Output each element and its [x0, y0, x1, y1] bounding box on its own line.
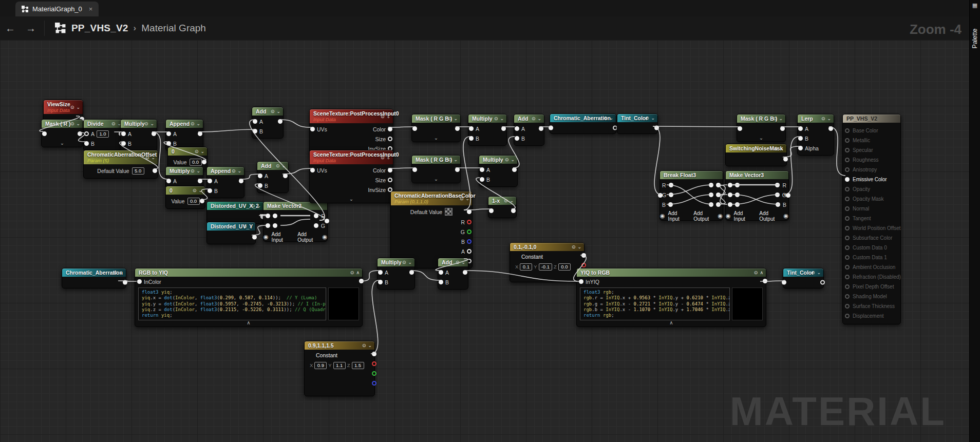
node-header[interactable]: Add⊙⌄: [257, 162, 288, 170]
value-box[interactable]: 0.1: [520, 263, 532, 271]
node-header[interactable]: Multiply⊙⌄: [121, 120, 157, 128]
node-settings-icon[interactable]: ⊙: [191, 121, 195, 126]
node-header[interactable]: Multiply⊙⌄: [468, 114, 506, 123]
node-header[interactable]: Mask ( R G B )⊙⌄: [412, 114, 460, 123]
output-pin[interactable]: [467, 209, 472, 214]
node-header[interactable]: Lerp⊙⌄: [798, 114, 834, 123]
input-pin[interactable]: [845, 187, 850, 191]
node-append-2[interactable]: Append⊙⌄AB: [206, 166, 244, 198]
node-settings-icon[interactable]: ⊙: [271, 109, 275, 114]
node-mask-rgb-1[interactable]: Mask ( R G B )⊙⌄⌄: [411, 114, 461, 142]
output-pin[interactable]: [200, 199, 204, 203]
pin[interactable]: [728, 183, 732, 187]
input-pin[interactable]: [798, 136, 803, 141]
output-pin[interactable]: [252, 235, 257, 240]
pin[interactable]: [776, 202, 780, 207]
input-pin[interactable]: [166, 131, 171, 136]
node-make-vector2[interactable]: Make Vector2RG◉Add Input Add Output◉: [263, 201, 328, 242]
node-break-float3[interactable]: Break Float3RGB◉Add Input Add Output◉: [659, 170, 723, 221]
input-pin[interactable]: [253, 119, 257, 124]
pin[interactable]: [735, 183, 740, 187]
result-pin-row[interactable]: World Position Offset: [843, 223, 900, 233]
pin[interactable]: [314, 214, 318, 218]
node-settings-icon[interactable]: ⊙: [456, 260, 460, 265]
node-header[interactable]: 0.9,1.1,1.5⊙⌄: [305, 341, 374, 350]
node-scenetex-1[interactable]: SceneTexture:PostProcessInput0Input Data…: [309, 109, 393, 156]
add-input-label[interactable]: Add Input: [272, 232, 290, 243]
node-settings-icon[interactable]: ⊙: [448, 157, 452, 162]
output-pin[interactable]: [325, 219, 329, 223]
node-settings-icon[interactable]: ⊙: [505, 157, 509, 162]
input-pin[interactable]: [845, 304, 850, 309]
node-chromatic-aberration-base-color[interactable]: ChromaticAberrationBaseColorParam (0,1,1…: [390, 191, 473, 268]
node-collapse-icon[interactable]: ⌄: [827, 116, 831, 121]
add-input-label[interactable]: Add Input: [734, 210, 752, 222]
node-header[interactable]: 1-x⊙⌄: [488, 197, 516, 205]
node-settings-icon[interactable]: ⊙: [448, 116, 452, 121]
node-header[interactable]: Add⊙⌄: [438, 258, 468, 266]
result-pin-row[interactable]: Metallic: [843, 136, 900, 145]
input-pin[interactable]: [738, 126, 742, 131]
result-pin-row[interactable]: Roughness: [843, 155, 900, 165]
add-output-label[interactable]: Add Output: [297, 232, 319, 243]
node-settings-icon[interactable]: ⊙: [362, 343, 366, 348]
node-collapse-icon[interactable]: ⌄: [780, 146, 784, 151]
expand-chevron-icon[interactable]: ⌄: [310, 197, 393, 203]
result-pin-row[interactable]: Surface Thickness: [843, 301, 900, 311]
node-settings-icon[interactable]: ⊙: [243, 224, 247, 229]
node-collapse-icon[interactable]: ⌄: [577, 244, 581, 249]
input-pin[interactable]: [208, 179, 212, 183]
pin[interactable]: [716, 183, 721, 187]
add-output-label[interactable]: Add Output: [693, 210, 714, 222]
result-pin-row[interactable]: Emissive Color: [843, 175, 900, 184]
output-pin[interactable]: [78, 131, 82, 136]
input-pin[interactable]: [253, 129, 257, 133]
node-collapse-icon[interactable]: ⌄: [651, 116, 655, 121]
node-settings-icon[interactable]: ⊙: [232, 168, 236, 174]
node-settings-icon[interactable]: ⊙: [572, 244, 576, 249]
output-pin[interactable]: [467, 229, 472, 234]
pin[interactable]: [709, 183, 713, 187]
node-tint-color-top[interactable]: Tint_Color⊙⌄: [617, 113, 658, 134]
pin[interactable]: [709, 202, 713, 207]
output-pin[interactable]: [780, 126, 785, 131]
node-settings-icon[interactable]: ⊙: [811, 270, 815, 275]
node-settings-icon[interactable]: ⊙: [821, 116, 825, 121]
node-collapse-icon[interactable]: ∧: [356, 270, 360, 275]
node-yiq-to-rgb[interactable]: YIQ to RGB⊙∧InYIQfloat3 rgb; rgb.r = InY…: [576, 268, 766, 327]
input-pin[interactable]: [121, 141, 126, 146]
collapse-chevron-icon[interactable]: ∧: [135, 320, 362, 326]
input-pin[interactable]: [782, 280, 786, 285]
result-pin-row[interactable]: Base Color: [843, 126, 900, 136]
node-collapse-icon[interactable]: ⌄: [237, 168, 241, 174]
node-settings-icon[interactable]: ⊙: [193, 188, 197, 193]
value-box[interactable]: -0.1: [539, 263, 552, 271]
node-header[interactable]: Mask ( R G B )⊙⌄: [412, 156, 460, 164]
input-pin[interactable]: [515, 136, 519, 141]
output-pin[interactable]: [388, 168, 392, 172]
node-settings-icon[interactable]: ⊙: [195, 149, 199, 154]
node-header[interactable]: 0⊙⌄: [168, 147, 207, 156]
pin[interactable]: [775, 193, 780, 197]
input-pin[interactable]: [378, 280, 383, 284]
input-pin[interactable]: [845, 148, 850, 152]
node-header[interactable]: Chromatic_Aberration⊙⌄: [62, 268, 126, 277]
result-pin-row[interactable]: Anisotropy: [843, 165, 900, 175]
output-pin[interactable]: [783, 157, 788, 162]
node-collapse-icon[interactable]: ⌄: [276, 109, 280, 114]
color-swatch[interactable]: [445, 208, 453, 216]
result-pin-row[interactable]: Subsurface Color: [843, 233, 900, 243]
node-mask-rgb-3[interactable]: Mask ( R G B )⊙⌄⌄: [737, 114, 786, 142]
node-settings-icon[interactable]: ⊙: [773, 116, 777, 121]
pin[interactable]: [669, 193, 673, 197]
input-pin[interactable]: [166, 179, 171, 183]
input-pin[interactable]: [469, 126, 474, 131]
output-pin[interactable]: [152, 131, 156, 136]
node-collapse-icon[interactable]: ⌄: [76, 105, 80, 110]
output-pin[interactable]: [455, 167, 460, 172]
node-header[interactable]: ChromaticAberrationOffsetParam (5)⊙⌄: [84, 150, 158, 164]
add-input-icon[interactable]: ◉: [660, 213, 665, 219]
input-pin[interactable]: [258, 174, 262, 178]
node-header[interactable]: Distorded_UV_Y⊙⌄: [207, 222, 255, 230]
input-pin[interactable]: [549, 126, 553, 130]
